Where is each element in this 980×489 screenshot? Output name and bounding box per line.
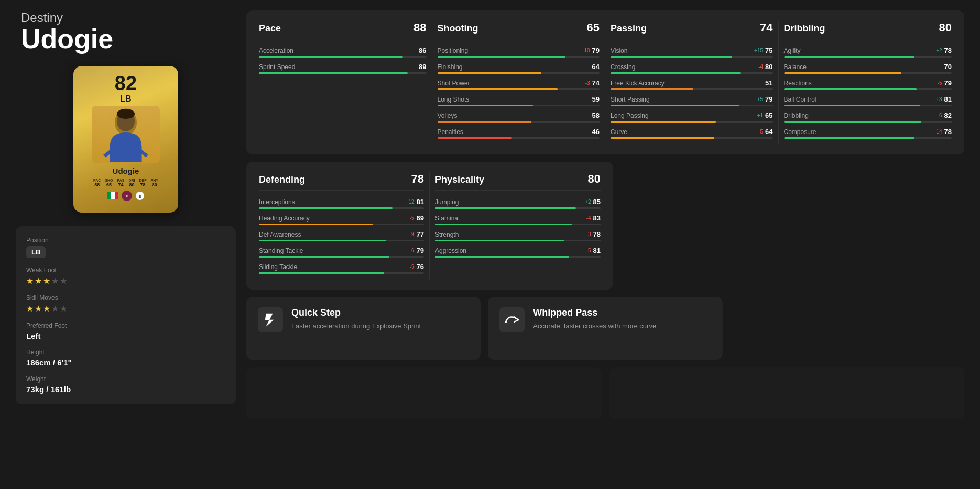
svg-rect-4 (111, 192, 115, 199)
card-stat-dri: DRI 80 (128, 179, 135, 187)
skill-moves-label: Skill Moves (26, 294, 225, 302)
stat-item-defending-4: Sliding Tackle -5 76 (259, 263, 424, 274)
stat-value-group-shooting-4: 58 (592, 112, 600, 119)
stat-value-group-shooting-2: -3 74 (585, 79, 600, 87)
player-card-wrapper: 82 LB (16, 61, 236, 218)
stat-name-passing-1: Crossing (611, 63, 635, 71)
stat-number-dribbling-0: 78 (944, 47, 952, 54)
stat-bar-shooting-4 (438, 121, 600, 123)
stat-value-group-passing-0: +15 75 (754, 47, 772, 54)
skill-moves-stars: ★ ★ ★ ★ ★ (26, 304, 225, 314)
stat-bar-shooting-5 (438, 137, 600, 139)
stat-modifier-passing-5: -5 (758, 129, 763, 135)
position-badge: LB (26, 246, 46, 258)
stat-value-group-shooting-3: 59 (592, 95, 600, 103)
category-header-physicality: Physicality 80 (435, 172, 601, 191)
stat-bar-dribbling-2 (784, 88, 952, 90)
stats-grid-top: Pace 88 Acceleration 86 (246, 10, 964, 154)
stat-bar-passing-4 (611, 121, 773, 123)
star-2: ★ (35, 276, 42, 286)
stat-name-shooting-3: Long Shots (438, 96, 470, 103)
sm-star-1: ★ (26, 304, 34, 314)
svg-point-2 (117, 108, 135, 118)
stat-number-passing-1: 80 (765, 63, 772, 71)
stat-modifier-defending-0: +12 (406, 199, 415, 205)
category-name-shooting: Shooting (438, 23, 478, 34)
category-score-defending: 78 (411, 172, 424, 186)
stat-modifier-shooting-2: -3 (585, 80, 590, 86)
stat-bar-dribbling-0 (784, 56, 952, 58)
trait-icon-0 (258, 307, 283, 332)
stat-bar-shooting-3 (438, 105, 600, 106)
stat-name-defending-4: Sliding Tackle (259, 263, 297, 271)
card-player-name: Udogie (113, 166, 139, 175)
stat-modifier-passing-4: +1 (757, 113, 763, 118)
stat-value-group-defending-0: +12 81 (406, 198, 424, 206)
stat-value-group-defending-1: -5 69 (410, 214, 424, 222)
right-panel: Pace 88 Acceleration 86 (246, 10, 964, 419)
stat-modifier-shooting-0: -10 (582, 48, 590, 53)
stat-item-shooting-3: Long Shots 59 (438, 95, 600, 106)
stat-modifier-passing-1: -4 (758, 64, 763, 70)
stat-bar-fill-physicality-2 (435, 240, 564, 241)
stat-bar-physicality-0 (435, 207, 601, 209)
stat-bar-fill-dribbling-2 (784, 88, 917, 90)
stat-bar-shooting-0 (438, 56, 600, 58)
stat-category-defending: Defending 78 Interceptions +12 81 (259, 172, 430, 279)
stat-value-group-dribbling-5: -14 78 (934, 128, 952, 136)
stat-name-dribbling-2: Reactions (784, 80, 812, 87)
stat-item-dribbling-4: Dribbling -6 82 (784, 112, 952, 123)
stat-category-pace: Pace 88 Acceleration 86 (259, 21, 432, 144)
stat-bar-fill-pace-0 (259, 56, 403, 58)
stat-number-passing-0: 75 (765, 47, 772, 54)
stat-item-physicality-0: Jumping +2 85 (435, 198, 601, 209)
stat-name-dribbling-1: Balance (784, 63, 807, 71)
stat-bar-fill-passing-4 (611, 121, 716, 123)
stat-value-group-dribbling-0: +2 78 (936, 47, 952, 54)
stat-modifier-passing-3: +5 (757, 96, 763, 102)
category-name-dribbling: Dribbling (784, 23, 825, 34)
stat-number-defending-3: 79 (417, 247, 424, 254)
svg-text:E: E (126, 195, 128, 198)
category-header-passing: Passing 74 (611, 21, 773, 39)
stat-number-passing-3: 79 (765, 95, 772, 103)
stat-bar-fill-defending-3 (259, 256, 389, 258)
stat-number-shooting-0: 79 (592, 47, 600, 54)
category-score-shooting: 65 (587, 21, 600, 35)
card-flags: E S (107, 191, 145, 201)
stat-modifier-defending-2: -9 (410, 231, 415, 237)
card-rating: 82 (115, 73, 137, 93)
stat-bar-fill-shooting-1 (438, 72, 541, 74)
stat-bar-fill-shooting-4 (438, 121, 532, 123)
svg-rect-5 (115, 192, 118, 199)
height-label: Height (26, 349, 225, 356)
height-row: Height 186cm / 6'1" (26, 349, 225, 367)
stat-number-physicality-2: 78 (593, 230, 601, 238)
card-stat-phy: PHY 80 (150, 179, 158, 187)
stat-bar-fill-physicality-3 (435, 256, 569, 258)
stat-bar-fill-dribbling-0 (784, 56, 915, 58)
stat-item-shooting-1: Finishing 64 (438, 63, 600, 74)
stat-bar-fill-dribbling-4 (784, 121, 922, 123)
category-score-dribbling: 80 (939, 21, 952, 35)
stat-number-passing-5: 64 (765, 128, 772, 136)
svg-rect-3 (107, 192, 111, 199)
stat-category-shooting: Shooting 65 Positioning -10 79 (432, 21, 606, 144)
stat-name-dribbling-4: Dribbling (784, 112, 809, 119)
stat-bar-defending-1 (259, 224, 424, 225)
stat-modifier-physicality-0: +2 (585, 199, 591, 205)
trait-desc-1: Accurate, faster crosses with more curve (533, 321, 656, 331)
stat-number-defending-0: 81 (417, 198, 424, 206)
stat-bar-defending-2 (259, 240, 424, 241)
stat-bar-fill-passing-3 (611, 105, 739, 106)
stat-item-dribbling-5: Composure -14 78 (784, 128, 952, 139)
weight-label: Weight (26, 375, 225, 383)
sm-star-5: ★ (60, 304, 67, 314)
stat-modifier-defending-4: -5 (410, 264, 415, 270)
player-name-header: Destiny Udogie (16, 10, 236, 52)
card-position: LB (120, 94, 131, 104)
category-score-passing: 74 (760, 21, 772, 35)
stat-bar-passing-5 (611, 137, 773, 139)
stat-name-dribbling-0: Agility (784, 47, 801, 54)
stat-name-physicality-3: Aggression (435, 247, 466, 254)
